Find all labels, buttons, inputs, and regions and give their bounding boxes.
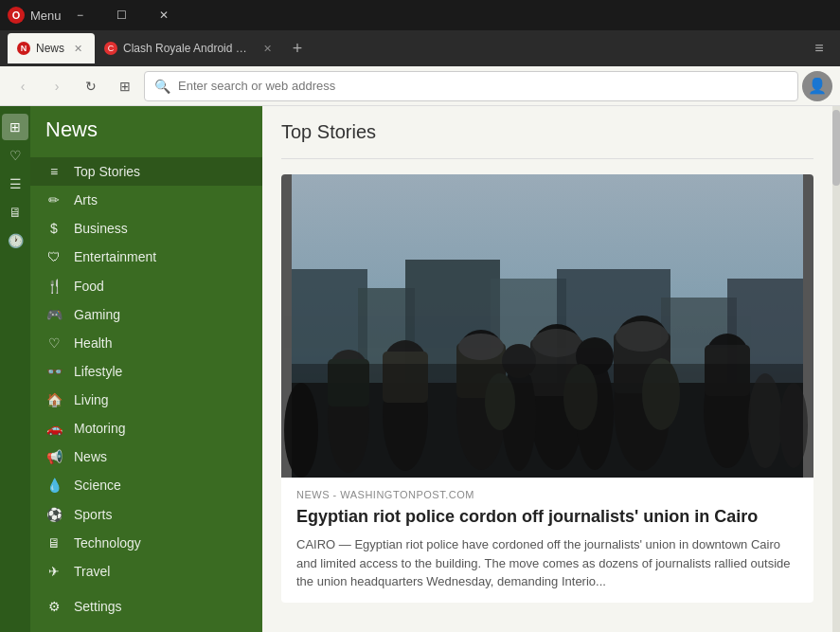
minimize-button[interactable]: − (62, 0, 99, 30)
svg-rect-40 (292, 364, 803, 478)
sidebar-item-travel[interactable]: ✈ Travel (30, 557, 262, 586)
sidebar-item-science-label: Science (74, 478, 121, 493)
article-text: NEWS - WASHINGTONPOST.COM Egyptian riot … (281, 478, 813, 603)
sidebar-title: News (30, 117, 262, 157)
sidebar-history-icon[interactable]: ☰ (2, 171, 28, 197)
profile-button[interactable]: 👤 (802, 71, 832, 101)
sidebar-item-travel-label: Travel (74, 564, 110, 579)
motoring-icon: 🚗 (45, 421, 63, 436)
sidebar-item-settings[interactable]: ⚙ Settings (30, 592, 262, 621)
svg-point-22 (532, 329, 581, 357)
content-area[interactable]: Top Stories (262, 106, 832, 632)
sidebar-item-motoring[interactable]: 🚗 Motoring (30, 414, 262, 442)
content-divider (281, 158, 813, 159)
tab-clash[interactable]: C Clash Royale Android Gam... ✕ (95, 33, 284, 63)
sidebar-item-news[interactable]: 📢 News (30, 442, 262, 471)
lifestyle-icon: 👓 (45, 364, 63, 379)
top-stories-icon: ≡ (45, 164, 63, 179)
sidebar-item-technology[interactable]: 🖥 Technology (30, 529, 262, 557)
sidebar-item-settings-label: Settings (74, 599, 122, 614)
svg-point-18 (458, 334, 504, 360)
nav-bar: ‹ › ↻ ⊞ 🔍 👤 (0, 66, 840, 106)
sidebar-item-top-stories[interactable]: ≡ Top Stories (30, 157, 262, 186)
technology-icon: 🖥 (45, 535, 63, 551)
sidebar-item-living[interactable]: 🏠 Living (30, 386, 262, 414)
sidebar-item-entertainment-label: Entertainment (74, 249, 156, 264)
article-headline[interactable]: Egyptian riot police cordon off journali… (296, 506, 798, 528)
sidebar-item-science[interactable]: 💧 Science (30, 471, 262, 499)
svg-point-26 (616, 321, 669, 352)
sidebar-item-entertainment[interactable]: 🛡 Entertainment (30, 243, 262, 271)
scrollbar[interactable] (832, 106, 840, 632)
sidebar-item-sports[interactable]: ⚽ Sports (30, 500, 262, 529)
tab-news-label: News (36, 42, 64, 55)
opera-logo: O (8, 7, 25, 24)
sidebar-item-arts[interactable]: ✏ Arts (30, 186, 262, 214)
content-title: Top Stories (281, 121, 813, 143)
science-icon: 💧 (45, 478, 63, 493)
sidebar-item-gaming-label: Gaming (74, 307, 120, 322)
food-icon: 🍴 (45, 279, 63, 294)
sidebar-item-arts-label: Arts (74, 192, 98, 208)
reload-button[interactable]: ↻ (76, 71, 106, 101)
tab-clash-label: Clash Royale Android Gam... (123, 42, 254, 55)
sidebar-item-sports-label: Sports (74, 507, 112, 522)
tab-news[interactable]: N News ✕ (8, 33, 95, 63)
tab-bar-menu[interactable]: ≡ (806, 35, 832, 62)
sidebar-item-business[interactable]: $ Business (30, 214, 262, 243)
sidebar-item-motoring-label: Motoring (74, 421, 125, 436)
gaming-icon: 🎮 (45, 307, 63, 322)
article-image-svg (281, 174, 813, 478)
sidebar-item-living-label: Living (74, 392, 109, 407)
living-icon: 🏠 (45, 392, 63, 407)
article-image (281, 174, 813, 478)
title-bar-title: Menu (30, 9, 62, 23)
title-bar-controls: − ☐ ✕ (62, 0, 183, 30)
sidebar-favorites-icon[interactable]: ♡ (2, 142, 28, 169)
forward-button[interactable]: › (42, 71, 72, 101)
sidebar-windows-icon[interactable]: 🖥 (2, 199, 28, 226)
sidebar-item-lifestyle[interactable]: 👓 Lifestyle (30, 357, 262, 386)
close-button[interactable]: ✕ (145, 0, 183, 30)
arts-icon: ✏ (45, 192, 63, 208)
address-input[interactable] (178, 79, 788, 93)
article-card[interactable]: NEWS - WASHINGTONPOST.COM Egyptian riot … (281, 174, 813, 603)
sports-icon: ⚽ (45, 507, 63, 522)
sidebar-item-gaming[interactable]: 🎮 Gaming (30, 300, 262, 329)
address-bar[interactable]: 🔍 (144, 71, 798, 101)
news-icon: 📢 (45, 449, 63, 464)
business-icon: $ (45, 221, 63, 236)
sidebar-item-news-label: News (74, 449, 107, 464)
title-bar: O Menu − ☐ ✕ (0, 0, 840, 30)
entertainment-icon: 🛡 (45, 249, 63, 264)
tab-bar: N News ✕ C Clash Royale Android Gam... ✕… (0, 30, 840, 66)
travel-icon: ✈ (45, 564, 63, 579)
tab-favicon-clash: C (104, 42, 117, 55)
tab-clash-close[interactable]: ✕ (259, 41, 275, 56)
sidebar-nav: News ≡ Top Stories ✏ Arts $ Business 🛡 E… (30, 106, 262, 632)
tab-news-close[interactable]: ✕ (70, 41, 85, 56)
sidebar-item-lifestyle-label: Lifestyle (74, 364, 122, 379)
search-icon: 🔍 (154, 79, 170, 94)
sidebar-item-health-label: Health (74, 335, 112, 351)
main-area: ⊞ ♡ ☰ 🖥 🕐 News ≡ Top Stories ✏ Arts $ Bu… (0, 106, 840, 632)
sidebar-item-food-label: Food (74, 279, 104, 294)
article-snippet: CAIRO — Egyptian riot police have cordon… (296, 535, 798, 591)
article-source: NEWS - WASHINGTONPOST.COM (296, 489, 798, 500)
sidebar-icons: ⊞ ♡ ☰ 🖥 🕐 (0, 106, 30, 632)
new-tab-button[interactable]: + (284, 35, 311, 62)
sidebar-item-food[interactable]: 🍴 Food (30, 272, 262, 300)
speed-dial-button[interactable]: ⊞ (110, 71, 140, 101)
sidebar-item-business-label: Business (74, 221, 128, 236)
health-icon: ♡ (45, 335, 63, 351)
sidebar-item-top-stories-label: Top Stories (74, 164, 140, 179)
restore-button[interactable]: ☐ (103, 0, 141, 30)
sidebar-item-technology-label: Technology (74, 535, 141, 551)
settings-icon: ⚙ (45, 599, 63, 614)
tab-favicon-news: N (17, 42, 30, 55)
sidebar-item-health[interactable]: ♡ Health (30, 329, 262, 357)
back-button[interactable]: ‹ (8, 71, 38, 101)
sidebar-clock-icon[interactable]: 🕐 (2, 227, 28, 254)
sidebar-apps-icon[interactable]: ⊞ (2, 114, 28, 140)
